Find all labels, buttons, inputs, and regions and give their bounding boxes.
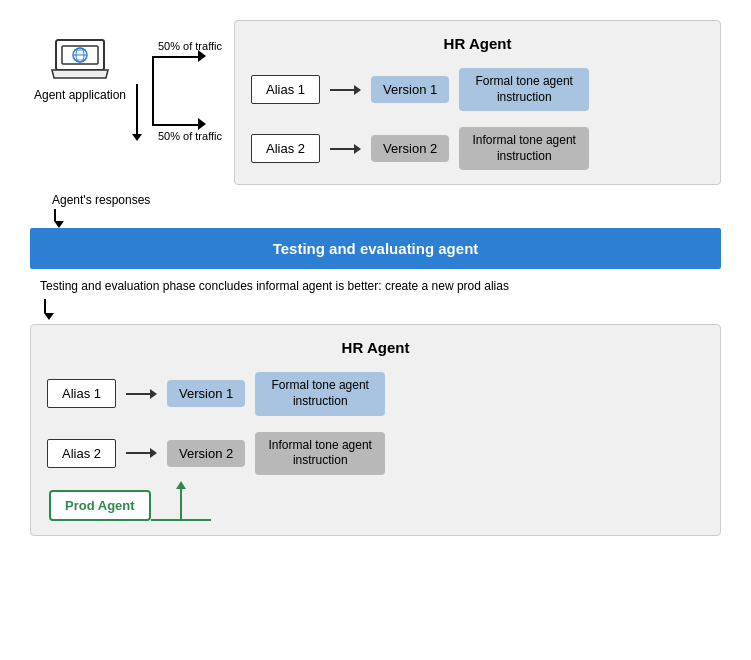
top-version-1-box: Version 1 [371, 76, 449, 103]
bottom-version-2-box: Version 2 [167, 440, 245, 467]
traffic-label-2: 50% of traffic [158, 130, 222, 142]
top-alias-1-box: Alias 1 [251, 75, 320, 104]
bottom-alias-row-2: Alias 2 Version 2 Informal tone agent in… [47, 432, 704, 475]
top-informal-instruction: Informal tone agent instruction [459, 127, 589, 170]
bottom-hr-agent-title: HR Agent [47, 339, 704, 356]
bottom-hr-agent-box: HR Agent Alias 1 Version 1 Formal tone a… [30, 324, 721, 535]
bottom-alias-row-1: Alias 1 Version 1 Formal tone agent inst… [47, 372, 704, 415]
phase-description-text: Testing and evaluation phase concludes i… [40, 277, 711, 295]
testing-bar: Testing and evaluating agent [30, 228, 721, 269]
top-hr-agent-title: HR Agent [251, 35, 704, 52]
top-alias-row-1: Alias 1 Version 1 Formal tone agent inst… [251, 68, 704, 111]
prod-agent-box: Prod Agent [49, 490, 151, 521]
bottom-informal-instruction: Informal tone agent instruction [255, 432, 385, 475]
bottom-formal-instruction: Formal tone agent instruction [255, 372, 385, 415]
prod-agent-row: Prod Agent [47, 481, 704, 521]
bottom-version-1-box: Version 1 [167, 380, 245, 407]
bottom-alias-2-box: Alias 2 [47, 439, 116, 468]
top-alias-2-box: Alias 2 [251, 134, 320, 163]
laptop-icon [50, 38, 110, 82]
responses-section: Agent's responses [30, 193, 721, 228]
bottom-alias-1-box: Alias 1 [47, 379, 116, 408]
agent-app-label: Agent application [34, 88, 126, 102]
traffic-label-1: 50% of traffic [158, 40, 222, 52]
top-version-2-box: Version 2 [371, 135, 449, 162]
responses-label: Agent's responses [52, 193, 721, 207]
top-hr-agent-box: HR Agent Alias 1 Version 1 Formal tone a… [234, 20, 721, 185]
top-alias-row-2: Alias 2 Version 2 Informal tone agent in… [251, 127, 704, 170]
phase-description-section: Testing and evaluation phase concludes i… [30, 269, 721, 324]
agent-application: Agent application [30, 38, 130, 102]
top-formal-instruction: Formal tone agent instruction [459, 68, 589, 111]
